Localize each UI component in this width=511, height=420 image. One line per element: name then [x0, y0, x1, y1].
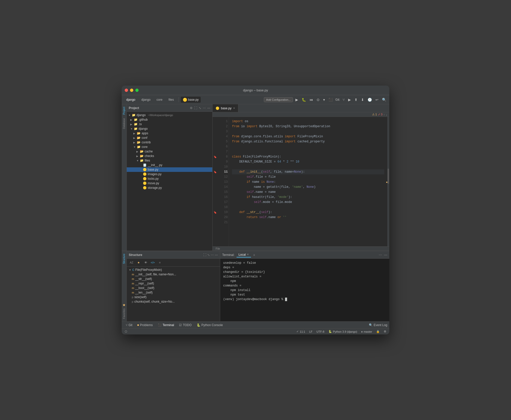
sidebar-project[interactable]: Project	[122, 105, 126, 116]
debug-button[interactable]: 🐛	[301, 97, 307, 102]
tree-item-github[interactable]: ▶ 📁 .github	[127, 117, 212, 122]
tree-item-conf[interactable]: ▶ 📂 conf	[127, 136, 212, 140]
footer-tab-label: Terminal	[163, 323, 174, 327]
favorites-star-icon[interactable]: ★	[122, 303, 126, 307]
terminal-tab-local[interactable]: Local ✕	[237, 252, 251, 257]
editor-scrollbar[interactable]	[387, 117, 389, 246]
gutter-17	[213, 200, 218, 205]
struct-method-chunks[interactable]: p chunks(self, chunk_size=No...	[127, 299, 220, 304]
more-icon[interactable]: ⋯	[203, 106, 206, 110]
sidebar-structure[interactable]: Structure	[122, 252, 126, 266]
toolbar-file-tab-base[interactable]: 🟡 base.py	[181, 97, 201, 103]
status-encoding[interactable]: UTF-8	[316, 330, 325, 333]
status-lock[interactable]: 🔒	[375, 330, 381, 333]
minimize-panel-icon[interactable]: —	[207, 106, 210, 110]
tree-item-checks[interactable]: ▶ 📂 checks	[127, 154, 212, 158]
git-revert-icon[interactable]: ↩	[374, 97, 379, 102]
status-lf[interactable]: LF	[308, 330, 314, 333]
struct-btn-star[interactable]: ★	[136, 260, 141, 265]
code-area[interactable]: import os from io import BytesIO, String…	[229, 117, 387, 246]
minimize2-icon[interactable]: —	[215, 253, 218, 257]
struct-method-len[interactable]: m __len__(self)	[127, 290, 220, 295]
collapse2-icon[interactable]: ⤡	[207, 253, 210, 257]
tree-item-django[interactable]: ▼ 📁 django	[127, 126, 212, 131]
fullscreen-button[interactable]	[135, 89, 139, 92]
scrollbar-thumb[interactable]	[388, 169, 389, 184]
toolbar-tab-core[interactable]: core	[154, 97, 165, 102]
tree-item-contrib[interactable]: ▶ 📂 contrib	[127, 140, 212, 145]
struct-method-label: __repr__(self)	[135, 282, 154, 285]
terminal-tab-close[interactable]: ✕	[247, 253, 249, 256]
expand2-icon[interactable]: ⛶	[203, 253, 206, 257]
tree-item-files[interactable]: ▼ 📁 files	[127, 158, 212, 163]
search-button[interactable]: 🔍	[381, 97, 387, 102]
status-python[interactable]: 🐍 Python 3.9 (django)	[327, 330, 358, 333]
git-branch-icon[interactable]: ⑂	[342, 97, 346, 102]
struct-method-repr[interactable]: m __repr__(self)	[127, 281, 220, 286]
toolbar-tab-django1[interactable]: django	[124, 97, 138, 102]
sidebar-favorites[interactable]: Favorites	[122, 307, 126, 320]
git-history-icon[interactable]: 🕐	[367, 97, 373, 102]
git-pull-icon[interactable]: ⬇	[360, 97, 365, 102]
stop-button[interactable]: ⬛	[327, 97, 334, 102]
tree-item-lockspy[interactable]: ▶ 🟡 locks.py	[127, 176, 212, 181]
struct-method-bool[interactable]: m __bool__(self)	[127, 286, 220, 290]
status-layers[interactable]: ⬡	[124, 330, 128, 333]
toolbar-tab-django2[interactable]: django	[139, 97, 153, 102]
terminal-add-button[interactable]: +	[253, 253, 255, 257]
struct-method-str[interactable]: m __str__(self)	[127, 277, 220, 281]
method-icon: m	[132, 291, 134, 294]
tree-item-cache[interactable]: ▶ 📂 cache	[127, 149, 212, 154]
settings-icon[interactable]: ⚙	[190, 106, 193, 110]
footer-tab-python-console[interactable]: 🐍 Python Console	[195, 323, 225, 327]
expand-icon[interactable]: ⛶	[194, 106, 197, 110]
collapse-icon[interactable]: ⤡	[199, 106, 201, 110]
close-button[interactable]	[125, 89, 128, 92]
tree-item-tx[interactable]: ▶ 📁 .tx	[127, 122, 212, 126]
struct-btn-inherited[interactable]: ≡	[157, 260, 163, 265]
tree-item-basepy[interactable]: ▶ 🟡 base.py	[127, 167, 212, 172]
tree-item-storagepy[interactable]: ▶ 🟡 storage.py	[127, 186, 212, 190]
git-fetch-icon[interactable]: ⬆	[353, 97, 359, 102]
terminal-more-icon[interactable]: ⋯	[379, 253, 382, 257]
nav-down-icon[interactable]: ↓	[386, 113, 388, 116]
struct-btn-members[interactable]: </>	[150, 260, 156, 265]
line-num-19: 19	[219, 210, 228, 215]
sidebar-database[interactable]: Database	[122, 117, 126, 130]
line-num-12: 12	[219, 174, 228, 179]
editor-tab-basepy[interactable]: 🟡 base.py ✕	[213, 104, 238, 112]
struct-class-item[interactable]: ▼ C File(FileProxyMixin)	[127, 268, 220, 272]
dropdown-button[interactable]: ▾	[322, 97, 326, 102]
struct-btn-visibility[interactable]: 👁	[143, 260, 148, 265]
run-button[interactable]: ▶	[294, 97, 299, 102]
tree-item-movepy[interactable]: ▶ 🟡 move.py	[127, 181, 212, 186]
more2-icon[interactable]: ⋯	[211, 253, 214, 257]
footer-tab-problems[interactable]: Problems	[135, 323, 155, 327]
terminal-minimize-icon[interactable]: —	[384, 253, 387, 257]
struct-method-init[interactable]: m __init__(self, file, name=Non...	[127, 272, 220, 277]
footer-tab-terminal[interactable]: ⬛ Terminal	[156, 323, 176, 327]
coverage-button[interactable]: ⏮	[309, 97, 314, 102]
tree-root[interactable]: ▼ 📁 django ~/Workspace/django	[127, 113, 212, 117]
struct-method-size[interactable]: p size(self)	[127, 295, 220, 299]
footer-tab-git[interactable]: ⑂ Git	[124, 323, 134, 327]
tree-item-init[interactable]: ▶ 🗒️ __init__.py	[127, 163, 212, 167]
struct-btn-az[interactable]: AZ	[129, 260, 134, 265]
add-config-button[interactable]: Add Configuration...	[264, 97, 293, 102]
profile-button[interactable]: ⊙	[316, 97, 321, 102]
status-settings[interactable]: ⚙	[383, 330, 387, 333]
status-position[interactable]: ✓ 11:1	[295, 330, 306, 333]
nav-up-icon[interactable]: ↑	[384, 113, 385, 116]
minimize-button[interactable]	[130, 89, 133, 92]
toolbar-tab-files[interactable]: files	[166, 97, 176, 102]
terminal-content[interactable]: usedevelop = false deps = changedir = {t…	[220, 259, 389, 321]
tab-close-button[interactable]: ✕	[233, 107, 235, 110]
event-log-label[interactable]: Event Log	[374, 323, 387, 327]
status-git-branch[interactable]: ♦ master	[360, 330, 373, 333]
tree-item-core[interactable]: ▼ 📁 core	[127, 145, 212, 149]
footer-tab-todo[interactable]: ☑ TODO	[177, 323, 193, 327]
tree-item-apps[interactable]: ▶ 📂 apps	[127, 131, 212, 136]
git-push-icon[interactable]: ▶	[347, 97, 352, 102]
code-line-20: return self.name or ''	[232, 215, 384, 220]
tree-item-imagespy[interactable]: ▶ 🟡 images.py	[127, 172, 212, 176]
